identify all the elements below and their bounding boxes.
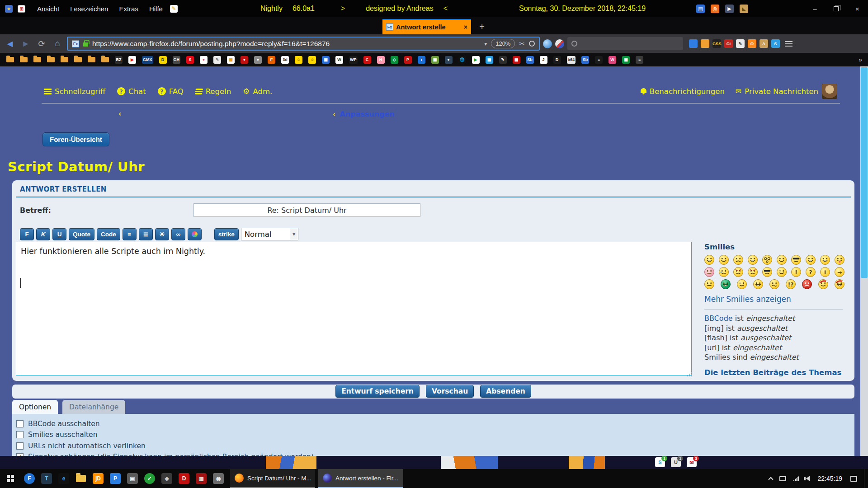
page-scrollbar[interactable] (860, 66, 868, 456)
url-bar[interactable]: Fx https://www.camp-firefox.de/forum/pos… (67, 37, 540, 51)
antivirus-icon[interactable]: ✓ (141, 469, 158, 488)
menu-item-ansicht[interactable]: Ansicht (32, 0, 65, 17)
bookmark-favicon[interactable]: ▶ (472, 56, 480, 64)
tray-app-icon[interactable]: ✉3 (687, 457, 697, 467)
bookmark-favicon[interactable]: D (159, 56, 167, 64)
strike-button[interactable]: strike (214, 228, 239, 240)
quote-button[interactable]: Quote (69, 228, 94, 240)
smiley-frown[interactable] (769, 279, 779, 289)
bookmark-favicon[interactable]: ☺ (295, 56, 302, 64)
forum-nav-adm-[interactable]: ⚙Adm. (243, 87, 272, 96)
smiley-question[interactable]: ? (806, 267, 816, 277)
smiley-eek[interactable] (762, 255, 772, 265)
session-manager-icon[interactable]: ★ (5, 5, 13, 13)
back-button[interactable]: ◄ (4, 38, 16, 50)
forum-nav-chat[interactable]: ?Chat (117, 87, 146, 96)
list-addon-icon[interactable]: ▤ (696, 5, 705, 13)
background-window-fragment[interactable] (569, 456, 605, 469)
bookmark-favicon[interactable]: H (377, 56, 385, 64)
smiley-smile-2[interactable] (777, 255, 787, 265)
new-tab-button[interactable]: + (474, 19, 490, 34)
smiley-smile[interactable] (719, 255, 729, 265)
bookmark-folder-icon[interactable] (88, 57, 95, 62)
bookmark-favicon[interactable]: 🌐 (458, 56, 466, 64)
scrollbar-thumb[interactable] (861, 67, 868, 278)
forum-nav-private-nachrichten[interactable]: ✉Private Nachrichten (736, 87, 818, 96)
tray-expand-icon[interactable] (768, 477, 773, 482)
bookmark-favicon[interactable]: ☺ (308, 56, 316, 64)
clock[interactable]: 22:45:19 (816, 475, 844, 482)
action-button-absenden[interactable]: Absenden (480, 385, 531, 398)
forward-button[interactable]: ► (19, 38, 32, 50)
last-posts-link[interactable]: Die letzten Beiträge des Themas (704, 368, 841, 377)
page-action-icon[interactable] (529, 41, 535, 47)
bold-button[interactable]: F (20, 228, 34, 240)
extension-icon[interactable]: Ci (724, 39, 733, 48)
bookmark-favicon[interactable]: ◇ (391, 56, 398, 64)
extension-icon[interactable]: S (771, 39, 780, 48)
breadcrumb-label[interactable]: Anpassungen (340, 110, 395, 118)
bookmark-favicon[interactable]: J (540, 56, 547, 64)
forum-nav-schnellzugriff[interactable]: Schnellzugriff (44, 87, 105, 96)
background-window-fragment[interactable] (441, 456, 498, 469)
ordered-list-button[interactable]: ≣ (139, 228, 153, 240)
url-text[interactable]: https://www.camp-firefox.de/forum/postin… (92, 40, 480, 48)
bookmark-favicon[interactable]: ✎ (499, 56, 507, 64)
firefox-icon[interactable]: F (21, 469, 38, 488)
bookmark-favicon[interactable]: 3d (281, 56, 289, 64)
start-button[interactable] (0, 469, 21, 488)
smiley-very-happy[interactable] (704, 255, 714, 265)
bookmark-favicon[interactable]: P (404, 56, 412, 64)
smiley-grin[interactable] (820, 255, 830, 265)
bookmark-favicon[interactable]: Sb (581, 56, 589, 64)
volume-tray-icon[interactable] (806, 476, 810, 481)
extension-icon[interactable] (689, 39, 698, 48)
urlbar-dropdown-icon[interactable]: ▾ (484, 41, 487, 47)
background-window-fragment[interactable] (266, 456, 316, 469)
tray-app-icon[interactable]: S1 (655, 457, 665, 467)
italic-button[interactable]: K (36, 228, 50, 240)
bookmark-favicon[interactable]: C (363, 56, 371, 64)
account-addon-icon[interactable] (555, 39, 564, 48)
extension-icon[interactable]: O (748, 39, 756, 48)
smiley-cool[interactable] (791, 255, 801, 265)
checkbox[interactable] (16, 442, 24, 450)
bookmark-favicon[interactable]: ≡ (636, 56, 643, 64)
user-avatar[interactable] (822, 84, 837, 99)
checkbox[interactable] (16, 431, 24, 438)
bookmark-favicon[interactable]: Sb (526, 56, 534, 64)
bookmark-favicon[interactable]: GH (173, 56, 181, 64)
jdownloader-icon[interactable]: jD (90, 469, 107, 488)
bookmark-favicon[interactable]: i (418, 56, 425, 64)
bookmark-favicon[interactable]: b64 (567, 56, 576, 64)
smiley-redface[interactable] (704, 267, 714, 277)
bookmark-favicon[interactable]: ▦ (227, 56, 235, 64)
smiley-geek[interactable] (762, 267, 772, 277)
action-button-vorschau[interactable]: Vorschau (426, 385, 474, 398)
menu-item-extras[interactable]: Extras (113, 0, 144, 17)
bookmark-folder-icon[interactable] (33, 57, 41, 62)
smiley-panic[interactable]: !? (786, 279, 796, 289)
bookmark-favicon[interactable]: ▦ (513, 56, 520, 64)
tray-app-icon[interactable]: U1 (671, 457, 681, 467)
taskbar-window-button[interactable]: Antwort erstellen - Fir... (318, 469, 403, 488)
list-button[interactable]: ≡ (123, 228, 137, 240)
tab-dateianhänge[interactable]: Dateianhänge (62, 400, 125, 414)
extension-icon[interactable]: A (760, 39, 768, 48)
orange-addon-icon[interactable]: ◎ (711, 5, 719, 13)
bookmark-folder-icon[interactable] (61, 57, 68, 62)
thunderbird-icon[interactable]: T (38, 469, 55, 488)
app-icon[interactable]: ▣ (124, 469, 141, 488)
smiley-wink[interactable] (777, 267, 787, 277)
bookmark-favicon[interactable]: ▦ (322, 56, 330, 64)
breadcrumb[interactable]: ‹ Anpassungen (333, 110, 395, 118)
forum-nav-faq[interactable]: ?FAQ (158, 87, 184, 96)
smiley-santa[interactable] (818, 279, 828, 289)
bookmark-favicon[interactable]: ▦ (431, 56, 439, 64)
smiley-big-grin[interactable] (748, 255, 758, 265)
restore-button[interactable] (826, 0, 847, 17)
search-field[interactable] (567, 37, 683, 50)
list-item-button[interactable]: ✳ (155, 228, 169, 240)
subject-input[interactable] (193, 203, 420, 217)
bookmark-favicon[interactable]: ≡ (595, 56, 603, 64)
